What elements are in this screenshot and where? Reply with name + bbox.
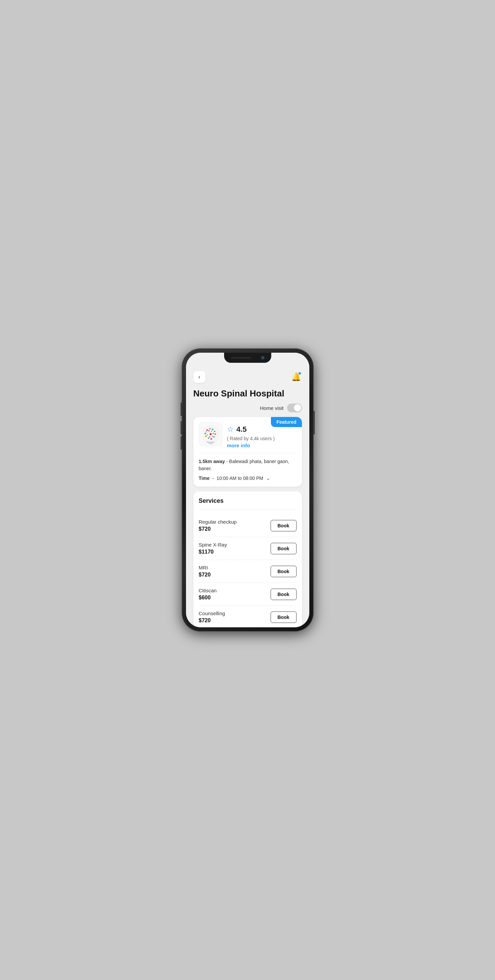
services-list: Regular checkup $720 Book Spine X-Ray $1… (199, 514, 297, 627)
service-name-0: Regular checkup (199, 519, 237, 525)
service-info-2: MRI $720 (199, 565, 211, 578)
rating-sub: ( Rated by 4.4k users ) (227, 436, 297, 441)
svg-point-16 (209, 436, 210, 438)
service-item: Counselling $720 Book (199, 606, 297, 627)
hospital-location: 1.5km away - Balewadi phata, baner gaon,… (199, 458, 297, 472)
service-name-4: Counselling (199, 611, 225, 616)
service-price-3: $600 (199, 595, 217, 601)
book-button-2[interactable]: Book (271, 566, 297, 577)
featured-badge: Featured (271, 417, 302, 427)
services-card: Services Regular checkup $720 Book Spine… (193, 492, 302, 627)
toggle-thumb (294, 404, 301, 412)
service-price-0: $720 (199, 526, 237, 532)
svg-text:Hospital: Hospital (208, 443, 212, 444)
hospital-logo: NeuroSpinal Hospital (199, 422, 222, 446)
book-button-1[interactable]: Book (271, 543, 297, 554)
svg-point-5 (214, 433, 216, 435)
chevron-down-icon[interactable]: ⌄ (266, 475, 270, 481)
svg-point-14 (212, 433, 214, 434)
time-value: 10:00 AM to 08:00 PM (217, 476, 263, 481)
star-icon: ☆ (227, 425, 234, 434)
service-name-2: MRI (199, 565, 211, 570)
svg-point-1 (206, 430, 208, 431)
svg-point-7 (210, 438, 212, 440)
svg-point-11 (206, 431, 206, 433)
time-label: Time (199, 476, 209, 481)
speaker (231, 357, 251, 359)
header-nav: ‹ 🔔 (193, 371, 302, 383)
service-price-1: $1170 (199, 549, 227, 555)
back-button[interactable]: ‹ (193, 371, 206, 383)
service-item: Regular checkup $720 Book (199, 514, 297, 537)
camera (261, 356, 265, 360)
book-button-4[interactable]: Book (271, 611, 297, 623)
service-item: Spine X-Ray $1170 Book (199, 537, 297, 560)
rating-number: 4.5 (236, 425, 247, 434)
svg-point-17 (206, 434, 208, 436)
service-info-3: Citiscan $600 (199, 588, 217, 601)
svg-point-15 (212, 436, 213, 437)
home-visit-label: Home visit (260, 405, 283, 411)
hospital-card: Featured (193, 417, 302, 487)
back-chevron-icon: ‹ (198, 374, 200, 380)
time-separator: - (212, 476, 214, 481)
more-info-button[interactable]: more info (227, 442, 250, 448)
screen-content: ‹ 🔔 Neuro Spinal Hospital Home visit Fea… (186, 353, 309, 627)
service-info-0: Regular checkup $720 (199, 519, 237, 532)
notification-dot (298, 372, 301, 375)
svg-point-10 (204, 433, 206, 434)
svg-point-8 (208, 438, 209, 439)
distance-text: 1.5km away (199, 459, 225, 464)
svg-point-18 (209, 433, 212, 435)
svg-point-4 (214, 431, 215, 432)
service-info-1: Spine X-Ray $1170 (199, 542, 227, 555)
home-visit-row: Home visit (193, 404, 302, 412)
hospital-time: Time - 10:00 AM to 08:00 PM ⌄ (199, 475, 297, 481)
services-title: Services (199, 497, 297, 509)
hospital-logo-svg: NeuroSpinal Hospital (201, 424, 221, 444)
home-visit-toggle[interactable] (287, 404, 302, 412)
svg-point-9 (205, 436, 206, 437)
page-title: Neuro Spinal Hospital (193, 388, 302, 399)
phone-screen: ‹ 🔔 Neuro Spinal Hospital Home visit Fea… (186, 353, 309, 627)
svg-point-6 (213, 436, 215, 438)
service-name-3: Citiscan (199, 588, 217, 593)
svg-point-13 (211, 431, 212, 432)
book-button-3[interactable]: Book (271, 589, 297, 600)
svg-point-12 (208, 430, 209, 431)
service-price-2: $720 (199, 572, 211, 578)
service-info-4: Counselling $720 (199, 611, 225, 624)
svg-point-3 (212, 429, 213, 430)
service-item: Citiscan $600 Book (199, 583, 297, 606)
service-price-4: $720 (199, 617, 225, 624)
service-item: MRI $720 Book (199, 560, 297, 583)
book-button-0[interactable]: Book (271, 520, 297, 531)
notch (224, 353, 271, 363)
service-name-1: Spine X-Ray (199, 542, 227, 547)
svg-point-2 (209, 428, 211, 430)
phone-frame: ‹ 🔔 Neuro Spinal Hospital Home visit Fea… (182, 348, 313, 632)
notification-button[interactable]: 🔔 (291, 371, 302, 383)
